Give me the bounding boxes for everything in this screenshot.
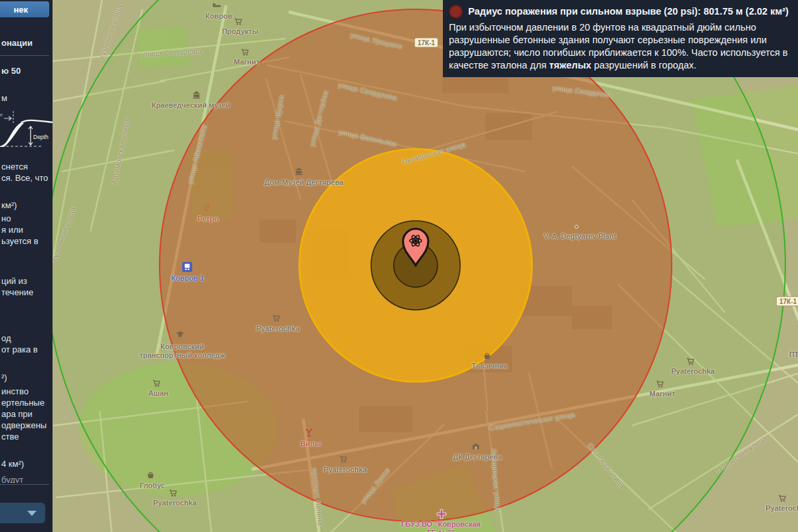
nukemap-app: Кузнечная улица Кузнечная улица Артёмовс… bbox=[0, 0, 798, 532]
map-canvas[interactable]: Кузнечная улица Кузнечная улица Артёмовс… bbox=[0, 0, 798, 532]
sidebar-text-fragment: но bbox=[1, 213, 11, 223]
crater-depth-diagram: e Depth bbox=[0, 110, 53, 151]
sidebar-text-fragment: стве bbox=[1, 432, 19, 442]
diagram-depth-arrow bbox=[29, 126, 33, 145]
tooltip-body-text: разрушений в городах. bbox=[591, 60, 696, 70]
marker-pin[interactable] bbox=[403, 229, 428, 265]
sidebar-text-fragment: я или bbox=[1, 225, 23, 235]
sidebar-text-fragment: ю 50 bbox=[1, 66, 21, 76]
tooltip-title: Радиус поражения при сильном взрыве (20 … bbox=[468, 3, 789, 19]
sidebar-text-fragment: ²) bbox=[1, 372, 7, 382]
sidebar-text-fragment: будут bbox=[1, 475, 23, 483]
sidebar-text-fragment: ертельные bbox=[1, 398, 45, 408]
effect-tooltip: Радиус поражения при сильном взрыве (20 … bbox=[443, 0, 798, 77]
sidebar-text-fragment: од bbox=[1, 333, 11, 343]
sidebar-text-fragment: одвержены bbox=[1, 420, 47, 430]
sidebar: нек онации ю 50 м e Depth снется ся. Все… bbox=[0, 0, 53, 532]
diagram-crater-rim bbox=[21, 120, 53, 122]
sidebar-text-fragment: км²) bbox=[1, 200, 17, 210]
sidebar-text-fragment: ся. Все, что bbox=[1, 173, 48, 183]
sidebar-text-fragment: инство bbox=[1, 386, 29, 396]
diagram-arrow bbox=[4, 116, 11, 120]
diagram-depth-label: Depth bbox=[33, 134, 49, 140]
sidebar-text-fragment: течение bbox=[1, 287, 33, 297]
sidebar-text-fragment: снется bbox=[1, 162, 28, 172]
atom-nucleus bbox=[414, 239, 417, 242]
sidebar-text-fragment: м bbox=[1, 93, 7, 103]
sidebar-text-fragment: ьзуется в bbox=[1, 236, 39, 246]
sidebar-text-fragment: 4 км²) bbox=[1, 459, 24, 469]
ring-color-swatch bbox=[449, 5, 463, 19]
sidebar-dropdown[interactable] bbox=[0, 503, 45, 523]
tooltip-body: При избыточном давлении в 20 фунтов на к… bbox=[449, 21, 791, 72]
chevron-down-icon bbox=[27, 511, 37, 516]
sidebar-divider bbox=[0, 484, 49, 485]
sidebar-divider bbox=[0, 55, 49, 56]
sidebar-text-fragment: ара при bbox=[1, 409, 33, 419]
detonation-marker[interactable] bbox=[396, 223, 436, 269]
tooltip-body-bold: тяжелых bbox=[549, 60, 591, 70]
sidebar-heading-fragment: онации bbox=[1, 38, 33, 48]
sidebar-text-fragment: от рака в bbox=[1, 344, 38, 354]
sidebar-text-fragment: ций из bbox=[1, 276, 27, 286]
sidebar-top-button[interactable]: нек bbox=[0, 1, 49, 17]
diagram-edge-text: e bbox=[0, 112, 3, 117]
diagram-crater-slope bbox=[0, 122, 24, 147]
